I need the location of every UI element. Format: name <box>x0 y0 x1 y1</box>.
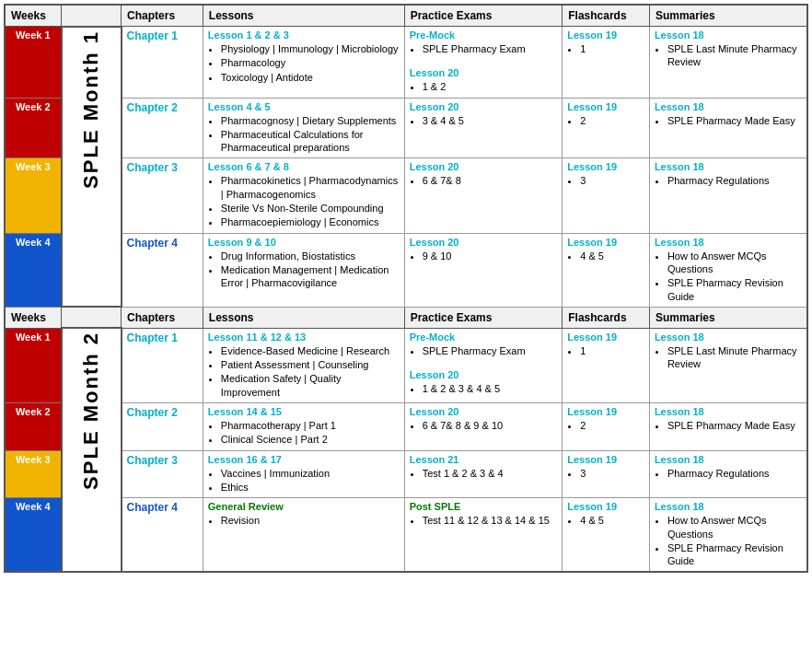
practice-cell: Pre-MockSPLE Pharmacy ExamLesson 201 & 2 <box>404 27 563 99</box>
practice-cell: Lesson 206 & 7& 8 & 9 & 10 <box>404 403 563 451</box>
header-lessons-2: Lessons <box>203 307 404 328</box>
lesson-title: Lesson 4 & 5 <box>208 101 271 112</box>
header-chapters: Chapters <box>122 5 203 27</box>
list-item: Sterile Vs Non-Sterile Compounding <box>221 202 400 215</box>
list-item: Ethics <box>221 481 400 494</box>
list-item: 6 & 7& 8 <box>423 174 558 187</box>
list-item: Pharmacy Regulations <box>667 467 802 480</box>
summary-cell: Lesson 18SPLE Last Minute Pharmacy Revie… <box>649 27 807 99</box>
list-item: SPLE Last Minute Pharmacy Review <box>667 42 802 69</box>
chapter-label: Chapter 3 <box>127 161 178 174</box>
list-item: SPLE Pharmacy Exam <box>423 42 558 55</box>
chapter-label: Chapter 3 <box>127 454 178 467</box>
summary-title: Lesson 18 <box>655 501 704 512</box>
list-item: Drug Information, Biostatistics <box>221 250 400 262</box>
list-item: 1 <box>580 42 644 55</box>
list-item: How to Answer MCQs Questions <box>667 514 802 541</box>
practice-cell: Pre-MockSPLE Pharmacy ExamLesson 201 & 2… <box>404 328 563 402</box>
lesson-cell: General ReviewRevision <box>203 498 404 573</box>
table-row: Week 2Chapter 2Lesson 14 & 15Pharmacothe… <box>5 403 807 451</box>
header-flashcards: Flashcards <box>563 5 650 27</box>
flashcard-cell: Lesson 192 <box>563 403 650 451</box>
chapter-label: Chapter 1 <box>127 332 178 344</box>
summary-title: Lesson 18 <box>655 406 704 417</box>
flashcard-cell: Lesson 192 <box>563 98 650 158</box>
practice-title: Lesson 20 <box>410 237 459 248</box>
list-item: SPLE Last Minute Pharmacy Review <box>667 344 802 371</box>
week-cell: Week 4 <box>5 233 62 307</box>
list-item: 6 & 7& 8 & 9 & 10 <box>423 419 558 432</box>
header-lessons: Lessons <box>203 5 404 27</box>
summary-title: Lesson 18 <box>655 454 704 465</box>
practice-cell: Lesson 21Test 1 & 2 & 3 & 4 <box>404 450 563 498</box>
practice-title: Lesson 20 <box>410 101 459 112</box>
chapter-label: Chapter 2 <box>127 101 178 114</box>
chapter-cell: Chapter 1 <box>122 328 203 402</box>
chapter-cell: Chapter 1 <box>122 27 203 99</box>
header-weeks: Weeks <box>5 5 62 27</box>
flashcard-title: Lesson 19 <box>567 454 617 465</box>
lesson-title: Lesson 6 & 7 & 8 <box>208 161 289 172</box>
list-item: 1 & 2 <box>423 80 558 93</box>
summary-cell: Lesson 18Pharmacy Regulations <box>649 158 807 233</box>
header-month-spacer <box>62 5 122 27</box>
list-item: 3 & 4 & 5 <box>423 114 558 127</box>
flashcard-title: Lesson 19 <box>567 29 617 41</box>
flashcard-title: Lesson 19 <box>567 161 617 172</box>
flashcard-cell: Lesson 191 <box>563 27 650 99</box>
list-item: How to Answer MCQs Questions <box>667 250 802 276</box>
flashcard-cell: Lesson 194 & 5 <box>563 233 650 307</box>
chapter-label: Chapter 4 <box>127 501 178 514</box>
schedule-table: Weeks Chapters Lessons Practice Exams Fl… <box>4 4 808 573</box>
practice-title: Lesson 20 <box>410 161 459 172</box>
summary-cell: Lesson 18How to Answer MCQs QuestionsSPL… <box>649 498 807 573</box>
list-item: Test 11 & 12 & 13 & 14 & 15 <box>423 514 558 527</box>
list-item: Evidence-Based Medicine | Research <box>221 344 400 357</box>
table-row: Week 4Chapter 4Lesson 9 & 10Drug Informa… <box>5 233 807 307</box>
table-row: Week 3Chapter 3Lesson 16 & 17Vaccines | … <box>5 450 807 498</box>
list-item: Pharmacokinetics | Pharmacodynamics | Ph… <box>221 174 400 201</box>
flashcard-title: Lesson 19 <box>567 406 617 417</box>
header-flashcards-2: Flashcards <box>563 307 650 328</box>
chapter-cell: Chapter 2 <box>122 98 203 158</box>
chapter-label: Chapter 1 <box>127 29 178 42</box>
list-item: Pharmacotherapy | Part 1 <box>221 419 400 432</box>
table-row: Week 2Chapter 2Lesson 4 & 5Pharmacognosy… <box>5 98 807 158</box>
summary-title: Lesson 18 <box>655 29 704 41</box>
flashcard-cell: Lesson 194 & 5 <box>563 498 650 573</box>
list-item: 2 <box>580 419 644 432</box>
lesson-cell: Lesson 16 & 17Vaccines | ImmunizationEth… <box>203 450 404 498</box>
list-item: 2 <box>580 114 644 127</box>
chapter-cell: Chapter 3 <box>122 158 203 233</box>
list-item: 4 & 5 <box>580 514 644 527</box>
lesson-cell: Lesson 1 & 2 & 3Physiology | Immunology … <box>203 27 404 99</box>
list-item: Pharmacoepiemiology | Economics <box>221 215 400 228</box>
chapter-cell: Chapter 4 <box>122 233 203 307</box>
week-cell: Week 3 <box>5 450 62 498</box>
flashcard-title: Lesson 19 <box>567 501 617 512</box>
list-item: Patient Assessment | Counseling <box>221 358 400 371</box>
lesson-title: Lesson 1 & 2 & 3 <box>208 29 289 41</box>
lesson-cell: Lesson 14 & 15Pharmacotherapy | Part 1Cl… <box>203 403 404 451</box>
table-row: Week 1SPLE Month 1Chapter 1Lesson 1 & 2 … <box>5 27 807 99</box>
list-item: Clinical Science | Part 2 <box>221 433 400 446</box>
practice-cell: Post SPLETest 11 & 12 & 13 & 14 & 15 <box>404 498 563 573</box>
list-item: 4 & 5 <box>580 250 644 262</box>
list-item: SPLE Pharmacy Revision Guide <box>667 276 802 303</box>
lesson-title: Lesson 11 & 12 & 13 <box>208 332 306 343</box>
practice-cell: Lesson 206 & 7& 8 <box>404 158 563 233</box>
summary-cell: Lesson 18SPLE Pharmacy Made Easy <box>649 403 807 451</box>
lesson-cell: Lesson 4 & 5Pharmacognosy | Dietary Supp… <box>203 98 404 158</box>
list-item: 1 & 2 & 3 & 4 & 5 <box>423 382 558 395</box>
header-summaries-2: Summaries <box>649 307 807 328</box>
lesson-title: General Review <box>208 501 284 512</box>
flashcard-cell: Lesson 191 <box>563 328 650 402</box>
month-label: SPLE Month 1 <box>62 27 122 308</box>
practice-title-2: Lesson 20 <box>410 67 459 78</box>
summary-title: Lesson 18 <box>655 101 704 112</box>
list-item: Pharmaceutical Calculations for Pharmace… <box>221 128 400 155</box>
flashcard-cell: Lesson 193 <box>563 450 650 498</box>
summary-cell: Lesson 18How to Answer MCQs QuestionsSPL… <box>649 233 807 307</box>
practice-title-2: Lesson 20 <box>410 369 459 380</box>
month-label: SPLE Month 2 <box>62 328 122 572</box>
